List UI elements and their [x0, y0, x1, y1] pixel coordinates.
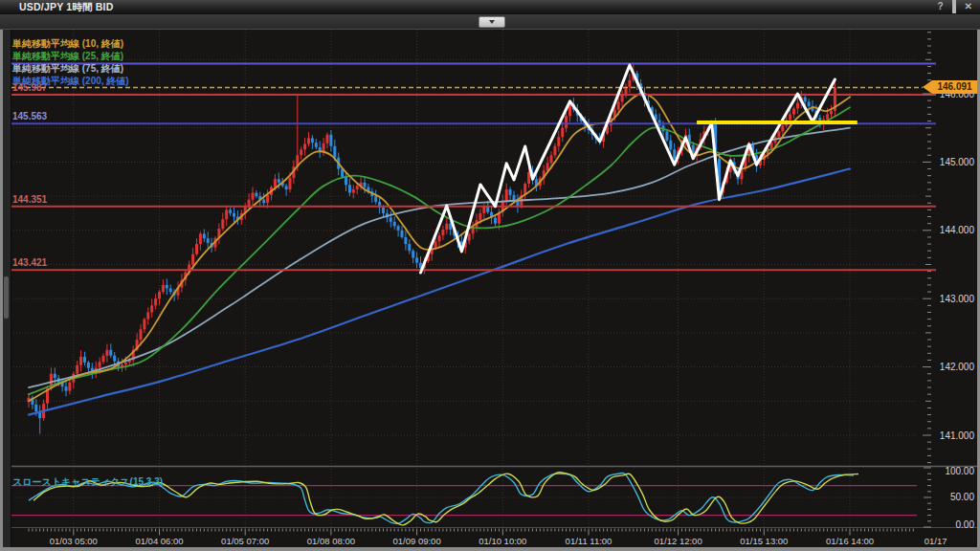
collapse-panel-button[interactable] — [479, 16, 505, 28]
grid-vertical — [74, 30, 850, 527]
stochastics-label[interactable]: スローストキャスティクス(15,3,3) — [12, 475, 163, 489]
price-axis-label: 141.000 — [940, 430, 975, 441]
line-price-label: 143.421 — [12, 257, 47, 268]
maximize-button[interactable] — [952, 1, 956, 12]
time-axis-label: 01/05 07:00 — [221, 536, 269, 546]
time-axis-label: 01/17 — [924, 536, 947, 546]
stochastic-axis-label: 0.00 — [956, 519, 975, 530]
time-axis-label: 01/03 05:00 — [50, 536, 98, 546]
candles-layer — [28, 62, 836, 433]
title-bar[interactable]: USD/JPY 1時間 BID ? ✕ — [0, 0, 980, 14]
zigzag-drawing[interactable] — [421, 65, 835, 273]
chart-window: 146.000145.000144.000143.000142.000141.0… — [0, 0, 980, 551]
sma-75-line — [29, 128, 850, 387]
legend-sma-25[interactable]: 単純移動平均線 (25, 終値) — [12, 50, 129, 62]
price-axis-label: 144.000 — [940, 225, 975, 235]
price-axis-label: 143.000 — [940, 294, 975, 304]
time-axis-label: 01/12 12:00 — [655, 536, 702, 546]
line-price-label: 145.563 — [12, 111, 47, 121]
time-axis[interactable]: 01/03 05:0001/04 06:0001/05 07:0001/08 0… — [29, 529, 947, 547]
maximize-icon — [952, 0, 956, 13]
help-button[interactable]: ? — [938, 1, 944, 12]
price-arrow-icon — [923, 80, 932, 94]
time-axis-label: 01/11 11:00 — [566, 536, 612, 546]
window-title: USD/JPY 1時間 BID — [19, 1, 114, 14]
legend-sma-10[interactable]: 単純移動平均線 (10, 終値) — [12, 37, 129, 50]
current-price-value: 146.091 — [932, 80, 977, 94]
line-price-label: 144.351 — [12, 194, 47, 205]
left-splitter — [3, 30, 11, 547]
window-frame-bottom[interactable] — [0, 547, 980, 551]
time-axis-label: 01/15 13:00 — [740, 536, 788, 546]
time-axis-label: 01/09 09:00 — [393, 536, 441, 546]
price-axis-label: 145.000 — [940, 157, 975, 167]
chart-canvas: 146.000145.000144.000143.000142.000141.0… — [0, 0, 980, 551]
time-axis-label: 01/04 06:00 — [135, 536, 183, 546]
price-axis-label: 142.000 — [940, 362, 975, 372]
price-axis[interactable]: 146.000145.000144.000143.000142.000141.0… — [923, 33, 974, 463]
legend-sma-75[interactable]: 単純移動平均線 (75, 終値) — [12, 62, 129, 75]
time-axis-label: 01/08 08:00 — [307, 536, 355, 546]
stochastic-axis-label: 100.00 — [945, 466, 974, 476]
toolbar-strip — [0, 14, 980, 30]
time-axis-label: 01/10 10:00 — [479, 536, 526, 546]
chevron-down-icon — [489, 20, 495, 24]
window-frame-left — [0, 14, 3, 551]
legend-sma-200[interactable]: 単純移動平均線 (200, 終値) — [12, 75, 129, 87]
close-button[interactable]: ✕ — [965, 1, 972, 12]
time-axis-label: 01/16 14:00 — [826, 536, 874, 546]
splitter-handle[interactable] — [4, 276, 9, 319]
stochastic-axis-label: 50.00 — [950, 492, 974, 502]
stochastic-axis[interactable]: 100.0050.000.00 — [924, 466, 974, 530]
current-price-badge: 146.091 — [923, 80, 977, 94]
indicator-legend: 単純移動平均線 (10, 終値) 単純移動平均線 (25, 終値) 単純移動平均… — [12, 37, 129, 87]
